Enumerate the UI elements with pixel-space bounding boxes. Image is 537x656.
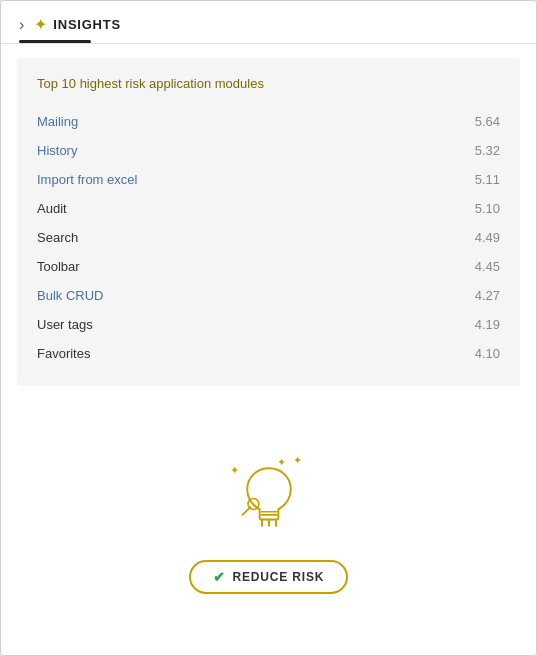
- module-score: 5.32: [475, 143, 500, 158]
- module-name: Toolbar: [37, 259, 80, 274]
- module-name: Audit: [37, 201, 67, 216]
- chevron-icon[interactable]: ›: [19, 16, 24, 34]
- reduce-risk-button[interactable]: ✔ REDUCE RISK: [189, 560, 349, 594]
- module-name[interactable]: Bulk CRUD: [37, 288, 103, 303]
- table-row: Favorites4.10: [37, 339, 500, 368]
- module-name[interactable]: Mailing: [37, 114, 78, 129]
- table-row: Toolbar4.45: [37, 252, 500, 281]
- header-divider: [1, 43, 536, 44]
- bulb-container: ✦ ✦ ✦: [224, 452, 314, 542]
- module-score: 5.11: [475, 172, 500, 187]
- module-name: User tags: [37, 317, 93, 332]
- module-score: 4.19: [475, 317, 500, 332]
- module-name[interactable]: History: [37, 143, 77, 158]
- module-list: Mailing5.64History5.32Import from excel5…: [37, 107, 500, 368]
- lightbulb-icon: [234, 462, 304, 532]
- content-box: Top 10 highest risk application modules …: [17, 58, 520, 386]
- module-score: 4.10: [475, 346, 500, 361]
- star-icon: ✦: [34, 15, 47, 34]
- sparkle-icon-3: ✦: [277, 456, 286, 469]
- page-title: INSIGHTS: [53, 17, 121, 32]
- bottom-section: ✦ ✦ ✦ ✔ REDUCE RISK: [1, 400, 536, 655]
- table-row: Audit5.10: [37, 194, 500, 223]
- table-row: Mailing5.64: [37, 107, 500, 136]
- table-row: User tags4.19: [37, 310, 500, 339]
- table-row: Search4.49: [37, 223, 500, 252]
- sparkle-icon-1: ✦: [293, 454, 302, 467]
- module-name[interactable]: Import from excel: [37, 172, 137, 187]
- header: › ✦ INSIGHTS: [1, 1, 536, 34]
- check-icon: ✔: [213, 569, 226, 585]
- table-row: Import from excel5.11: [37, 165, 500, 194]
- module-score: 5.64: [475, 114, 500, 129]
- module-score: 4.27: [475, 288, 500, 303]
- module-name: Favorites: [37, 346, 90, 361]
- main-card: › ✦ INSIGHTS Top 10 highest risk applica…: [0, 0, 537, 656]
- sparkle-icon-2: ✦: [230, 464, 239, 477]
- table-row: History5.32: [37, 136, 500, 165]
- reduce-risk-label: REDUCE RISK: [232, 570, 324, 584]
- module-score: 4.49: [475, 230, 500, 245]
- module-name: Search: [37, 230, 78, 245]
- section-title: Top 10 highest risk application modules: [37, 76, 500, 91]
- module-score: 5.10: [475, 201, 500, 216]
- table-row: Bulk CRUD4.27: [37, 281, 500, 310]
- module-score: 4.45: [475, 259, 500, 274]
